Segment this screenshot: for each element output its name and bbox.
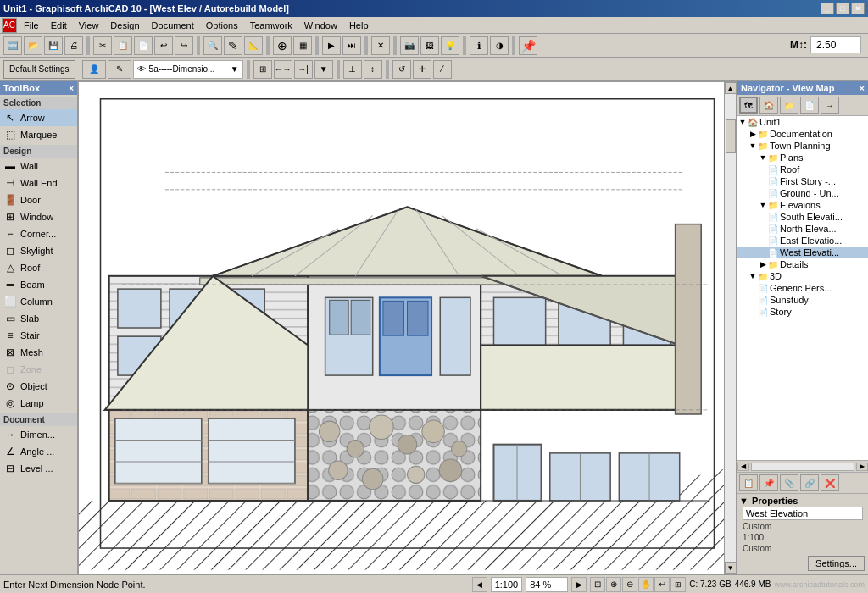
info-btn[interactable]: ℹ bbox=[470, 36, 488, 55]
tree-item-roof[interactable]: 📄 Roof bbox=[737, 163, 868, 175]
measure-btn[interactable]: 📐 bbox=[244, 36, 263, 55]
scroll-up-btn[interactable]: ▲ bbox=[725, 82, 737, 94]
menu-edit[interactable]: Edit bbox=[46, 19, 72, 32]
flip-h-btn[interactable]: ↕ bbox=[364, 60, 382, 79]
align-center-btn[interactable]: ⊞ bbox=[253, 60, 272, 79]
tree-item-story[interactable]: 📄 Story bbox=[737, 306, 868, 318]
new-btn[interactable]: 🆕 bbox=[3, 36, 22, 55]
tree-item-ground[interactable]: 📄 Ground - Un... bbox=[737, 187, 868, 199]
menu-design[interactable]: Design bbox=[105, 19, 144, 32]
zoom-in-btn[interactable]: ⊕ bbox=[606, 577, 621, 592]
nav-action-attach[interactable]: 🔗 bbox=[800, 474, 819, 491]
tool-beam[interactable]: ═ Beam bbox=[0, 276, 77, 293]
tool-column[interactable]: ⬜ Column bbox=[0, 293, 77, 310]
tree-item-first-story[interactable]: 📄 First Story -... bbox=[737, 175, 868, 187]
move-btn[interactable]: ✛ bbox=[413, 60, 431, 79]
flip-v-btn[interactable]: ⊥ bbox=[343, 60, 362, 79]
toggle-town-planning[interactable]: ▼ bbox=[748, 141, 758, 150]
render-btn[interactable]: 🖼 bbox=[420, 36, 439, 55]
snap-btn[interactable]: ⊕ bbox=[273, 36, 292, 55]
nav-horizontal-scrollbar[interactable]: ◀ ▶ bbox=[737, 460, 868, 472]
tool-zone[interactable]: ◻ Zone bbox=[0, 361, 77, 378]
print-btn[interactable]: 🖨 bbox=[64, 36, 83, 55]
pen-btn[interactable]: ✎ bbox=[108, 60, 131, 79]
tree-item-documentation[interactable]: ▶ 📁 Documentation bbox=[737, 128, 868, 140]
dimension-dropdown[interactable]: 👁 5a-----Dimensio... ▼ bbox=[133, 60, 243, 79]
attach-btn[interactable]: 📌 bbox=[519, 36, 537, 55]
tool-dimen[interactable]: ↔ Dimen... bbox=[0, 426, 77, 443]
status-nav-prev[interactable]: ◀ bbox=[472, 577, 487, 592]
nav-action-link[interactable]: 📎 bbox=[780, 474, 798, 491]
redo-btn[interactable]: ↪ bbox=[175, 36, 193, 55]
grid-btn[interactable]: ▦ bbox=[293, 36, 312, 55]
tree-item-west-elev[interactable]: 📄 West Elevati... bbox=[737, 247, 868, 258]
m-value-field[interactable]: 2.50 bbox=[810, 36, 861, 53]
toggle-unit1[interactable]: ▼ bbox=[737, 118, 748, 126]
tool-roof[interactable]: △ Roof bbox=[0, 259, 77, 276]
tool-window[interactable]: ⊞ Window bbox=[0, 208, 77, 225]
tool-slab[interactable]: ▭ Slab bbox=[0, 310, 77, 327]
nav-home-btn[interactable]: 🏠 bbox=[760, 97, 778, 114]
tool-door[interactable]: 🚪 Door bbox=[0, 191, 77, 208]
end-btn[interactable]: ⏭ bbox=[342, 36, 361, 55]
toggle-documentation[interactable]: ▶ bbox=[748, 130, 758, 138]
minimize-btn[interactable]: _ bbox=[821, 3, 834, 14]
menu-help[interactable]: Help bbox=[344, 19, 374, 32]
status-nav-next[interactable]: ▶ bbox=[571, 577, 587, 592]
properties-header[interactable]: ▼ Properties bbox=[739, 496, 866, 506]
menu-document[interactable]: Document bbox=[147, 19, 199, 32]
tool-lamp[interactable]: ◎ Lamp bbox=[0, 395, 77, 412]
tree-item-elevations[interactable]: ▼ 📁 Elevaions bbox=[737, 199, 868, 211]
settings-btn[interactable]: Settings... bbox=[808, 556, 865, 571]
toggle-3d[interactable]: ▼ bbox=[748, 272, 758, 280]
menu-file[interactable]: File bbox=[19, 19, 44, 32]
nav-action-prev[interactable]: 📋 bbox=[739, 474, 758, 491]
tree-item-east-elev[interactable]: 📄 East Elevatio... bbox=[737, 235, 868, 247]
tree-item-details[interactable]: ▶ 📁 Details bbox=[737, 258, 868, 270]
nav-view-btn[interactable]: 🗺 bbox=[739, 97, 758, 114]
cut-btn[interactable]: ✂ bbox=[93, 36, 112, 55]
default-settings-btn[interactable]: Default Settings bbox=[3, 60, 75, 79]
play-btn[interactable]: ▶ bbox=[322, 36, 341, 55]
toggle-details[interactable]: ▶ bbox=[758, 260, 768, 269]
nav-action-delete[interactable]: ❌ bbox=[821, 474, 839, 491]
tool-mesh[interactable]: ⊠ Mesh bbox=[0, 344, 77, 361]
vertical-scrollbar[interactable]: ▲ ▼ bbox=[724, 82, 736, 574]
tool-arrow[interactable]: ↖ Arrow bbox=[0, 109, 77, 126]
tree-item-north-elev[interactable]: 📄 North Eleva... bbox=[737, 223, 868, 235]
rotate-btn[interactable]: ↺ bbox=[392, 60, 411, 79]
toggle-elevations[interactable]: ▼ bbox=[758, 201, 768, 209]
open-btn[interactable]: 📂 bbox=[24, 36, 42, 55]
tool-corner[interactable]: ⌐ Corner... bbox=[0, 225, 77, 242]
cam-btn[interactable]: 📷 bbox=[400, 36, 419, 55]
nav-scroll-track[interactable] bbox=[751, 463, 854, 471]
tree-item-south-elev[interactable]: 📄 South Elevati... bbox=[737, 211, 868, 223]
align-left-btn[interactable]: ←→ bbox=[274, 60, 292, 79]
scroll-track[interactable] bbox=[725, 94, 737, 562]
nav-folder-btn[interactable]: 📁 bbox=[780, 97, 798, 114]
close-btn[interactable]: × bbox=[851, 3, 865, 14]
scroll-thumb[interactable] bbox=[726, 119, 736, 153]
tree-item-town-planning[interactable]: ▼ 📁 Town Planning bbox=[737, 140, 868, 152]
zoom-out-btn[interactable]: ⊖ bbox=[622, 577, 637, 592]
tool-object[interactable]: ⊙ Object bbox=[0, 378, 77, 395]
navigator-close-btn[interactable]: × bbox=[860, 83, 865, 93]
menu-view[interactable]: View bbox=[74, 19, 104, 32]
title-bar-buttons[interactable]: _ □ × bbox=[821, 3, 865, 14]
tool-marquee[interactable]: ⬚ Marquee bbox=[0, 126, 77, 143]
nav-action-pin[interactable]: 📌 bbox=[760, 474, 778, 491]
tool-skylight[interactable]: ◻ Skylight bbox=[0, 242, 77, 259]
tree-item-3d[interactable]: ▼ 📁 3D bbox=[737, 270, 868, 282]
align-right-btn[interactable]: →| bbox=[294, 60, 313, 79]
tool-angle[interactable]: ∠ Angle ... bbox=[0, 443, 77, 460]
pen2-btn[interactable]: ∕ bbox=[433, 60, 452, 79]
close2-btn[interactable]: ✕ bbox=[371, 36, 390, 55]
menu-options[interactable]: Options bbox=[201, 19, 243, 32]
save-btn[interactable]: 💾 bbox=[44, 36, 63, 55]
toggle-plans[interactable]: ▼ bbox=[758, 153, 768, 162]
tree-item-generic-pers[interactable]: 📄 Generic Pers... bbox=[737, 282, 868, 294]
tool-level[interactable]: ⊟ Level ... bbox=[0, 460, 77, 477]
nav-arrow-btn[interactable]: → bbox=[821, 97, 839, 114]
light-btn[interactable]: 💡 bbox=[441, 36, 459, 55]
tree-item-sunstudy[interactable]: 📄 Sunstudy bbox=[737, 294, 868, 306]
